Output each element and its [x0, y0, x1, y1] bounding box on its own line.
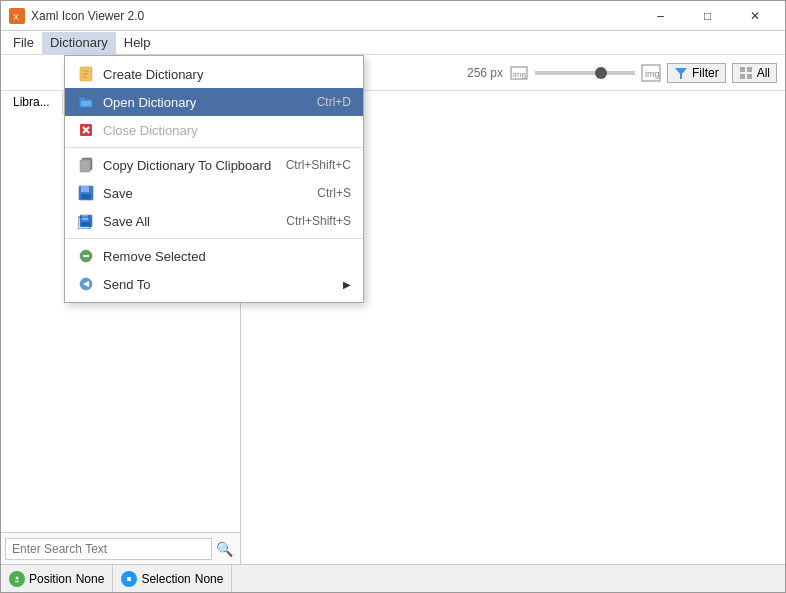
position-label: Position	[29, 572, 72, 586]
create-dictionary-icon	[77, 65, 95, 83]
svg-marker-6	[675, 68, 687, 79]
filter-label: Filter	[692, 66, 719, 80]
menu-bar: File Dictionary Help	[1, 31, 785, 55]
svg-rect-14	[127, 577, 131, 581]
svg-rect-24	[80, 160, 90, 172]
all-label: All	[757, 66, 770, 80]
minimize-button[interactable]: –	[638, 5, 683, 27]
size-icon: img	[509, 63, 529, 83]
status-bar: Position None Selection None	[1, 564, 785, 592]
separator-2	[65, 238, 363, 239]
svg-rect-10	[747, 74, 752, 79]
svg-point-12	[16, 576, 19, 579]
svg-text:img: img	[645, 69, 660, 79]
close-dictionary-label: Close Dictionary	[103, 123, 351, 138]
status-selection: Selection None	[113, 565, 232, 592]
send-to-arrow: ▶	[343, 279, 351, 290]
position-icon	[9, 571, 25, 587]
open-dictionary-shortcut: Ctrl+D	[317, 95, 351, 109]
svg-rect-30	[81, 222, 90, 226]
selection-value: None	[195, 572, 224, 586]
remove-selected-icon	[77, 247, 95, 265]
svg-rect-8	[747, 67, 752, 72]
toolbar-right: 256 px img img Filter	[467, 63, 777, 83]
all-button[interactable]: All	[732, 63, 777, 83]
save-all-icon	[77, 212, 95, 230]
svg-rect-9	[740, 74, 745, 79]
separator-1	[65, 147, 363, 148]
svg-rect-27	[81, 194, 91, 199]
filter-icon	[674, 66, 688, 80]
copy-dictionary-label: Copy Dictionary To Clipboard	[103, 158, 278, 173]
open-dictionary-label: Open Dictionary	[103, 95, 309, 110]
menu-send-to[interactable]: Send To ▶	[65, 270, 363, 298]
svg-rect-26	[81, 186, 89, 192]
create-dictionary-label: Create Dictionary	[103, 67, 351, 82]
selection-icon	[121, 571, 137, 587]
close-dictionary-icon	[77, 121, 95, 139]
status-position: Position None	[1, 565, 113, 592]
menu-file[interactable]: File	[5, 32, 42, 54]
menu-close-dictionary[interactable]: Close Dictionary	[65, 116, 363, 144]
menu-open-dictionary[interactable]: Open Dictionary Ctrl+D	[65, 88, 363, 116]
grid-icon	[739, 66, 753, 80]
maximize-button[interactable]: □	[685, 5, 730, 27]
open-dictionary-icon	[77, 93, 95, 111]
save-shortcut: Ctrl+S	[317, 186, 351, 200]
menu-dictionary[interactable]: Dictionary	[42, 32, 116, 54]
filter-button[interactable]: Filter	[667, 63, 726, 83]
window-controls: – □ ✕	[638, 5, 777, 27]
app-icon: X	[9, 8, 25, 24]
menu-remove-selected[interactable]: Remove Selected	[65, 242, 363, 270]
selection-label: Selection	[141, 572, 190, 586]
remove-selected-label: Remove Selected	[103, 249, 351, 264]
dropdown-menu: Create Dictionary Open Dictionary Ctrl+D	[64, 55, 364, 303]
save-icon	[77, 184, 95, 202]
tab-library[interactable]: Libra...	[1, 91, 63, 114]
title-bar: X Xaml Icon Viewer 2.0 – □ ✕	[1, 1, 785, 31]
save-all-label: Save All	[103, 214, 278, 229]
search-input[interactable]	[5, 538, 212, 560]
close-button[interactable]: ✕	[732, 5, 777, 27]
search-button[interactable]: 🔍	[212, 537, 236, 561]
size-slider-thumb	[595, 67, 607, 79]
menu-save-all[interactable]: Save All Ctrl+Shift+S	[65, 207, 363, 235]
menu-create-dictionary[interactable]: Create Dictionary	[65, 60, 363, 88]
position-value: None	[76, 572, 105, 586]
window-title: Xaml Icon Viewer 2.0	[31, 9, 144, 23]
send-to-icon	[77, 275, 95, 293]
menu-copy-dictionary[interactable]: Copy Dictionary To Clipboard Ctrl+Shift+…	[65, 151, 363, 179]
main-window: X Xaml Icon Viewer 2.0 – □ ✕ File Dictio…	[0, 0, 786, 593]
copy-dictionary-shortcut: Ctrl+Shift+C	[286, 158, 351, 172]
sidebar-search: 🔍	[1, 532, 240, 564]
svg-rect-19	[81, 101, 91, 106]
save-label: Save	[103, 186, 309, 201]
svg-rect-7	[740, 67, 745, 72]
menu-save[interactable]: Save Ctrl+S	[65, 179, 363, 207]
send-to-label: Send To	[103, 277, 335, 292]
menu-help[interactable]: Help	[116, 32, 159, 54]
size-large-icon: img	[641, 63, 661, 83]
copy-dictionary-icon	[77, 156, 95, 174]
title-left: X Xaml Icon Viewer 2.0	[9, 8, 144, 24]
svg-text:X: X	[13, 12, 19, 22]
svg-text:img: img	[513, 70, 526, 79]
size-label: 256 px	[467, 66, 503, 80]
save-all-shortcut: Ctrl+Shift+S	[286, 214, 351, 228]
size-slider[interactable]	[535, 71, 635, 75]
